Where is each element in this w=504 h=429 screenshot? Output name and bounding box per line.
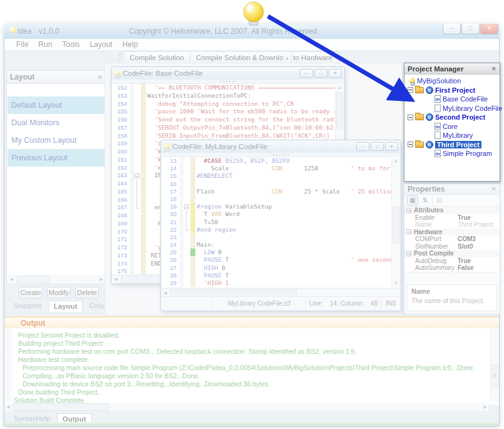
property-pages-icon[interactable]: ▧ — [435, 196, 445, 205]
code-window-mylibrary-codefile[interactable]: CodeFile: MyLibrary CodeFile – □ ✕ 13 #C… — [160, 140, 401, 311]
delete-button[interactable]: Delete — [75, 287, 99, 299]
menu-help[interactable]: Help — [118, 40, 142, 49]
tree-item-base-codefile[interactable]: mBase CodeFile — [404, 95, 500, 104]
minimize-button[interactable]: – — [356, 142, 369, 151]
category-label: Hardware — [414, 229, 443, 235]
scrollbar-thumb[interactable] — [491, 364, 498, 387]
toolbar-grip-icon[interactable] — [118, 53, 121, 61]
horizontal-scrollbar[interactable]: ◀ — [162, 288, 400, 297]
code-text: HIGH 0 — [195, 264, 400, 272]
scrollbar-thumb[interactable] — [13, 403, 110, 411]
property-category-post-compile[interactable]: Post Compile — [404, 250, 500, 257]
item-label: Base CodeFile — [443, 95, 488, 103]
layout-item-default-layout[interactable]: Default Layout — [8, 96, 105, 114]
close-button[interactable]: ✕ — [480, 24, 498, 34]
output-header[interactable]: Output — [4, 316, 499, 328]
scroll-left-icon[interactable]: ◀ — [8, 275, 15, 283]
collapse-icon[interactable] — [408, 87, 413, 93]
title-bar[interactable]: idea v1.0.0 Copyright © Heliumware, LLC … — [4, 24, 500, 39]
tree-project-third-project[interactable]: 0Third Project — [404, 140, 500, 150]
code-window-titlebar[interactable]: CodeFile: MyLibrary CodeFile – □ ✕ — [161, 140, 401, 153]
collapse-icon[interactable] — [408, 142, 413, 147]
toolbar-overflow-button[interactable]: ▾ — [283, 51, 292, 64]
code-window-titlebar[interactable]: CodeFile: Base CodeFile – □ ✕ — [111, 67, 344, 80]
tree-item-core[interactable]: mCore — [404, 122, 500, 132]
properties-close-icon[interactable]: ✕ — [491, 185, 496, 192]
minimize-button[interactable]: – — [300, 69, 313, 78]
layout-item-previous-layout[interactable]: Previous Layout — [8, 149, 105, 167]
properties-grid: AttributesEnableTrueNameThird ProjectHar… — [404, 207, 500, 272]
tree-item-simple-program[interactable]: mSimple Program — [404, 149, 500, 158]
layout-item-dual-monitors[interactable]: Dual Monitors — [8, 114, 105, 132]
collapse-icon[interactable] — [408, 115, 413, 120]
scroll-left-icon[interactable]: ◀ — [112, 275, 120, 283]
fold-start-icon[interactable] — [135, 172, 141, 180]
menu-bar: FileRunToolsLayoutHelp — [4, 39, 499, 51]
scroll-up-icon[interactable]: ▲ — [336, 83, 343, 91]
minimize-button[interactable]: – — [443, 24, 461, 34]
create-button[interactable]: Create — [19, 287, 43, 299]
property-row-comport[interactable]: COMPortCOM3 — [404, 235, 500, 243]
scrollbar-thumb[interactable] — [16, 276, 50, 283]
tree-project-second-project[interactable]: 0Second Project — [404, 113, 500, 122]
layout-item-my-custom-layout[interactable]: My Custom Layout — [8, 132, 105, 149]
tab-layout[interactable]: Layout — [48, 301, 83, 312]
tab-snippets[interactable]: Snippets — [9, 301, 47, 312]
maximize-button[interactable]: □ — [461, 24, 480, 34]
collapse-icon[interactable] — [406, 251, 411, 256]
scroll-right-icon[interactable]: ▶ — [481, 403, 489, 411]
code-text: #ENDSELECT — [195, 172, 400, 180]
collapse-icon[interactable] — [406, 208, 411, 213]
scroll-left-icon[interactable]: ◀ — [4, 403, 12, 411]
categorized-icon[interactable]: ▦ — [407, 195, 418, 205]
toolbar-button-compile-solution[interactable]: Compile Solution — [124, 53, 190, 63]
fold-margin — [184, 165, 190, 172]
scroll-up-icon[interactable]: ▲ — [392, 157, 399, 165]
maximize-button[interactable]: □ — [371, 142, 384, 151]
property-row-name[interactable]: NameThird Project — [404, 221, 500, 229]
fold-start-icon[interactable] — [184, 203, 190, 210]
layout-list-hscrollbar[interactable]: ◀ ▶ — [8, 275, 105, 283]
menu-layout[interactable]: Layout — [85, 40, 116, 49]
property-row-autosummary[interactable]: AutoSummaryFalse — [404, 264, 500, 272]
project-manager-close-icon[interactable]: ✕ — [491, 65, 496, 72]
modify-button[interactable]: Modify — [47, 287, 71, 299]
collapse-icon[interactable] — [406, 229, 411, 234]
margin-strip — [130, 132, 135, 140]
close-button[interactable]: ✕ — [329, 69, 342, 78]
scrollbar-thumb[interactable] — [393, 207, 399, 243]
project-badge-icon: 0 — [426, 86, 433, 94]
property-category-attributes[interactable]: Attributes — [404, 207, 500, 214]
document-icon — [435, 105, 441, 112]
menu-file[interactable]: File — [12, 40, 33, 49]
maximize-button[interactable]: □ — [314, 69, 327, 78]
vertical-scrollbar[interactable]: ▲ ▼ — [391, 157, 400, 287]
toolbar-button-compile-solution-download-to-hardware[interactable]: Compile Solution & Download to Hardware — [190, 53, 338, 63]
output-hscrollbar[interactable]: ◀ ▶ — [4, 403, 489, 411]
margin-strip — [130, 180, 135, 188]
property-row-enable[interactable]: EnableTrue — [404, 214, 500, 222]
tree-project-first-project[interactable]: 0First Project — [404, 86, 500, 95]
property-category-hardware[interactable]: Hardware — [404, 229, 500, 236]
tree-item-mylibrary[interactable]: MyLibrary — [404, 131, 500, 140]
output-vscrollbar[interactable] — [490, 328, 499, 401]
layout-panel-close-icon[interactable]: ✕ — [98, 74, 103, 81]
line-number: 169 — [112, 220, 130, 228]
close-button[interactable]: ✕ — [385, 142, 398, 151]
property-row-slotnumber[interactable]: SlotNumberSlot0 — [404, 243, 500, 251]
code-editor[interactable]: 13 #CASE BS2SX, BS2P, BS2PX14 Scale CON … — [162, 157, 400, 287]
tree-root-solution[interactable]: MyBigSolution — [404, 76, 500, 86]
scroll-down-icon[interactable]: ▼ — [392, 279, 399, 287]
output-log[interactable]: Project Second Project is disabled.Build… — [4, 328, 499, 405]
sort-alphabetical-icon[interactable]: ⇅ — [420, 196, 430, 205]
menu-tools[interactable]: Tools — [58, 40, 84, 49]
tree-item-mylibrary-codefile[interactable]: MyLibrary CodeFile — [404, 104, 500, 113]
folder-icon — [415, 114, 424, 120]
project-label: First Project — [435, 86, 475, 94]
code-text: PAUSE T — [195, 272, 400, 279]
property-row-autodebug[interactable]: AutoDebugTrue — [404, 257, 500, 265]
menu-run[interactable]: Run — [34, 40, 56, 49]
code-text: #region VariableSetup — [195, 203, 400, 210]
output-line: Project Second Project is disabled. — [4, 331, 499, 339]
scrollbar-thumb[interactable] — [336, 92, 343, 128]
